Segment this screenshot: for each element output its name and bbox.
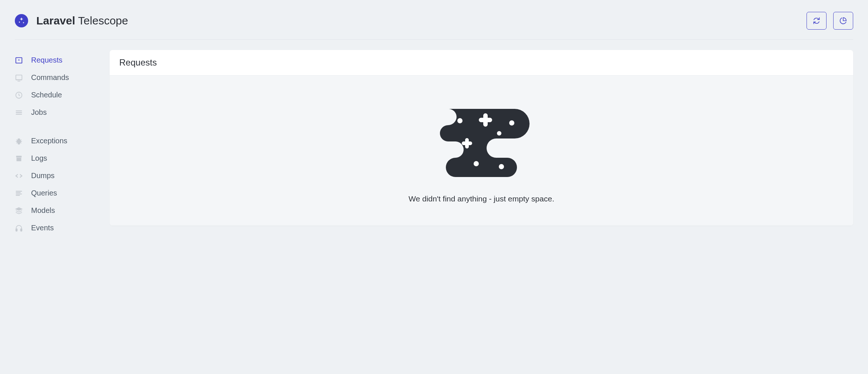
sidebar-item-label: Dumps bbox=[31, 171, 54, 180]
page-title: Requests bbox=[119, 57, 844, 68]
sidebar-item-label: Requests bbox=[31, 56, 63, 64]
refresh-icon bbox=[813, 17, 820, 24]
svg-point-10 bbox=[497, 131, 501, 136]
sidebar-item-jobs[interactable]: Jobs bbox=[15, 104, 101, 121]
headphones-icon bbox=[15, 224, 23, 232]
body: Requests Commands Schedule bbox=[15, 40, 853, 248]
clock-icon bbox=[15, 91, 23, 99]
brand-title: Laravel Telescope bbox=[36, 14, 128, 27]
brand: Laravel Telescope bbox=[15, 14, 128, 27]
list-icon bbox=[15, 108, 23, 117]
sidebar-item-dumps[interactable]: Dumps bbox=[15, 167, 101, 184]
sidebar: Requests Commands Schedule bbox=[15, 50, 101, 248]
sidebar-item-label: Exceptions bbox=[31, 137, 67, 145]
sidebar-item-label: Events bbox=[31, 224, 54, 232]
svg-point-0 bbox=[19, 21, 20, 23]
svg-point-9 bbox=[509, 120, 514, 126]
empty-message: We didn't find anything - just empty spa… bbox=[408, 194, 554, 203]
sidebar-item-models[interactable]: Models bbox=[15, 202, 101, 219]
sidebar-item-schedule[interactable]: Schedule bbox=[15, 86, 101, 104]
nav-group-2: Exceptions Logs Dumps bbox=[15, 132, 101, 237]
sidebar-item-exceptions[interactable]: Exceptions bbox=[15, 132, 101, 150]
sidebar-item-commands[interactable]: Commands bbox=[15, 69, 101, 86]
sidebar-item-logs[interactable]: Logs bbox=[15, 150, 101, 167]
stats-button[interactable] bbox=[833, 12, 853, 30]
sidebar-item-label: Schedule bbox=[31, 91, 62, 99]
refresh-button[interactable] bbox=[807, 12, 827, 30]
bug-icon bbox=[15, 137, 23, 145]
svg-rect-6 bbox=[16, 228, 17, 231]
nav-group-1: Requests Commands Schedule bbox=[15, 51, 101, 121]
main: Requests bbox=[110, 50, 853, 248]
brand-logo-icon bbox=[15, 14, 28, 27]
svg-point-12 bbox=[499, 164, 504, 169]
svg-rect-5 bbox=[17, 158, 21, 161]
sidebar-item-events[interactable]: Events bbox=[15, 219, 101, 237]
svg-rect-2 bbox=[16, 75, 22, 80]
sidebar-item-label: Jobs bbox=[31, 108, 47, 117]
brand-title-light: Telescope bbox=[75, 14, 128, 27]
app-root: Laravel Telescope bbox=[0, 0, 868, 374]
svg-rect-4 bbox=[16, 156, 22, 157]
svg-point-8 bbox=[457, 118, 463, 123]
request-icon bbox=[15, 56, 23, 64]
card-header: Requests bbox=[110, 50, 853, 76]
header-actions bbox=[807, 12, 853, 30]
empty-space-icon bbox=[433, 109, 530, 177]
pie-chart-icon bbox=[839, 17, 847, 24]
svg-point-11 bbox=[474, 161, 479, 166]
archive-icon bbox=[15, 154, 23, 163]
sidebar-item-label: Logs bbox=[31, 154, 47, 163]
sidebar-item-label: Queries bbox=[31, 189, 57, 197]
svg-rect-7 bbox=[21, 228, 22, 231]
brand-title-bold: Laravel bbox=[36, 14, 75, 27]
lines-icon bbox=[15, 189, 23, 197]
layers-icon bbox=[15, 207, 23, 215]
sidebar-item-requests[interactable]: Requests bbox=[15, 51, 101, 69]
card: Requests bbox=[110, 50, 853, 226]
sidebar-item-queries[interactable]: Queries bbox=[15, 184, 101, 202]
card-body: We didn't find anything - just empty spa… bbox=[110, 76, 853, 226]
code-icon bbox=[15, 172, 23, 180]
sidebar-item-label: Commands bbox=[31, 73, 69, 82]
terminal-icon bbox=[15, 74, 23, 82]
sidebar-item-label: Models bbox=[31, 206, 55, 215]
header: Laravel Telescope bbox=[15, 0, 853, 40]
